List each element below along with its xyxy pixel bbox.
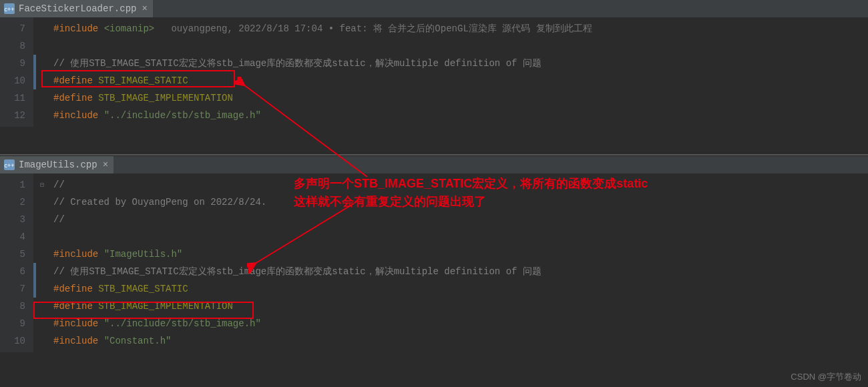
tab-face-sticker-loader[interactable]: c++ FaceStickerLoader.cpp × xyxy=(0,0,153,17)
tab-bar-top: c++ FaceStickerLoader.cpp × xyxy=(0,0,868,17)
line-number: 3 xyxy=(0,211,25,228)
fold-column xyxy=(36,17,48,127)
vcs-annotation: ouyangpeng, 2022/8/18 17:04 • feat: 将 合并… xyxy=(171,23,592,34)
line-number: 2 xyxy=(0,193,25,211)
code-line: #include "../include/stb/stb_image.h" xyxy=(48,107,868,124)
annotation-text: 多声明一个STB_IMAGE_STATIC宏定义，将所有的函数变成static … xyxy=(294,175,648,211)
code-line: #define STB_IMAGE_IMPLEMENTATION xyxy=(48,89,868,107)
line-number: 7 xyxy=(0,280,25,298)
line-number: 9 xyxy=(0,315,25,332)
code-content-top[interactable]: #include <iomanip> ouyangpeng, 2022/8/18… xyxy=(48,17,868,127)
line-number: 4 xyxy=(0,228,25,246)
cpp-file-icon: c++ xyxy=(4,3,15,14)
line-number: 8 xyxy=(0,37,25,55)
code-line: #include "ImageUtils.h" xyxy=(48,246,868,263)
line-number: 8 xyxy=(0,298,25,315)
svg-text:c++: c++ xyxy=(4,162,14,169)
line-number: 1 xyxy=(0,176,25,193)
cpp-file-icon: c++ xyxy=(4,159,15,170)
code-line: // 使用STB_IMAGE_STATIC宏定义将stb_image库的函数都变… xyxy=(48,55,868,72)
line-number: 6 xyxy=(0,263,25,280)
code-line: #include <iomanip> ouyangpeng, 2022/8/18… xyxy=(48,20,868,37)
line-number: 11 xyxy=(0,89,25,107)
code-area-top[interactable]: 7 8 9 10 11 12 #include <iomanip> ouyang… xyxy=(0,17,868,127)
tab-image-utils[interactable]: c++ ImageUtils.cpp × xyxy=(0,156,114,173)
fold-toggle-icon[interactable]: ⊟ xyxy=(36,176,48,193)
close-tab-icon[interactable]: × xyxy=(101,159,110,170)
line-number: 10 xyxy=(0,72,25,89)
line-number-gutter: 1 2 3 4 5 6 7 8 9 10 xyxy=(0,173,33,352)
editor-pane-top: c++ FaceStickerLoader.cpp × 7 8 9 10 11 … xyxy=(0,0,868,153)
line-number: 10 xyxy=(0,332,25,350)
code-line: #define STB_IMAGE_STATIC xyxy=(48,280,868,298)
tab-label: FaceStickerLoader.cpp xyxy=(19,3,136,14)
code-line xyxy=(48,37,868,55)
tab-bar-bottom: c++ ImageUtils.cpp × xyxy=(0,156,868,173)
line-number: 9 xyxy=(0,55,25,72)
line-number: 7 xyxy=(0,20,25,37)
code-line: // 使用STB_IMAGE_STATIC宏定义将stb_image库的函数都变… xyxy=(48,263,868,280)
code-line xyxy=(48,228,868,246)
line-number-gutter: 7 8 9 10 11 12 xyxy=(0,17,33,127)
line-number: 12 xyxy=(0,107,25,124)
watermark: CSDN @字节卷动 xyxy=(791,371,861,383)
close-tab-icon[interactable]: × xyxy=(140,3,148,14)
code-line: // xyxy=(48,211,868,228)
code-line: #define STB_IMAGE_STATIC xyxy=(48,72,868,89)
tab-label: ImageUtils.cpp xyxy=(19,159,97,170)
code-line: #include "../include/stb/stb_image.h" xyxy=(48,315,868,332)
line-number: 5 xyxy=(0,246,25,263)
code-line: #include "Constant.h" xyxy=(48,332,868,350)
code-line: #define STB_IMAGE_IMPLEMENTATION xyxy=(48,298,868,315)
fold-column: ⊟ xyxy=(36,173,48,352)
svg-text:c++: c++ xyxy=(4,6,14,13)
